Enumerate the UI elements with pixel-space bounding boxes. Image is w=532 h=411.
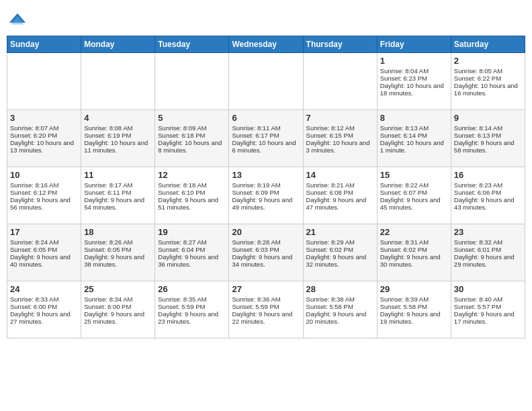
day-info: Sunset: 6:14 PM bbox=[380, 132, 448, 139]
day-info: Sunrise: 8:31 AM bbox=[380, 238, 448, 246]
calendar-cell: 28Sunrise: 8:38 AMSunset: 5:58 PMDayligh… bbox=[303, 281, 377, 338]
day-info: Sunset: 6:02 PM bbox=[306, 246, 374, 253]
day-info: Sunset: 6:15 PM bbox=[306, 132, 374, 139]
calendar-cell: 10Sunrise: 8:16 AMSunset: 6:12 PMDayligh… bbox=[7, 167, 81, 224]
day-info: Sunrise: 8:05 AM bbox=[454, 67, 522, 75]
calendar-cell: 5Sunrise: 8:09 AMSunset: 6:18 PMDaylight… bbox=[155, 110, 229, 167]
day-number: 22 bbox=[380, 227, 448, 237]
day-info: Sunrise: 8:33 AM bbox=[10, 295, 78, 303]
calendar-cell bbox=[155, 53, 229, 110]
calendar-cell bbox=[7, 53, 81, 110]
day-info: Sunset: 5:57 PM bbox=[454, 303, 522, 310]
day-number: 12 bbox=[158, 170, 226, 180]
day-info: Sunrise: 8:11 AM bbox=[232, 124, 300, 132]
day-number: 9 bbox=[454, 113, 522, 123]
calendar-cell: 27Sunrise: 8:36 AMSunset: 5:59 PMDayligh… bbox=[229, 281, 303, 338]
day-info: Sunrise: 8:35 AM bbox=[158, 295, 226, 303]
day-number: 21 bbox=[306, 227, 374, 237]
day-info: Daylight: 9 hours and 51 minutes. bbox=[158, 196, 226, 211]
day-info: Daylight: 9 hours and 23 minutes. bbox=[158, 310, 226, 325]
day-info: Sunset: 6:00 PM bbox=[84, 303, 152, 310]
calendar-cell: 13Sunrise: 8:19 AMSunset: 6:09 PMDayligh… bbox=[229, 167, 303, 224]
day-number: 1 bbox=[380, 56, 448, 66]
day-info: Sunset: 6:12 PM bbox=[10, 189, 78, 196]
day-info: Sunrise: 8:16 AM bbox=[10, 181, 78, 189]
column-header-friday: Friday bbox=[377, 36, 451, 53]
day-info: Sunset: 6:19 PM bbox=[84, 132, 152, 139]
day-info: Sunset: 6:08 PM bbox=[306, 189, 374, 196]
calendar-cell: 22Sunrise: 8:31 AMSunset: 6:02 PMDayligh… bbox=[377, 224, 451, 281]
day-info: Daylight: 9 hours and 40 minutes. bbox=[10, 253, 78, 268]
page-header bbox=[7, 7, 525, 29]
calendar-cell: 11Sunrise: 8:17 AMSunset: 6:11 PMDayligh… bbox=[81, 167, 155, 224]
day-info: Sunrise: 8:28 AM bbox=[232, 238, 300, 246]
calendar-week-row: 17Sunrise: 8:24 AMSunset: 6:05 PMDayligh… bbox=[7, 224, 525, 281]
day-info: Sunrise: 8:27 AM bbox=[158, 238, 226, 246]
calendar-cell bbox=[303, 53, 377, 110]
day-number: 25 bbox=[84, 284, 152, 294]
day-number: 28 bbox=[306, 284, 374, 294]
day-number: 20 bbox=[232, 227, 300, 237]
day-info: Sunrise: 8:18 AM bbox=[158, 181, 226, 189]
calendar-cell: 8Sunrise: 8:13 AMSunset: 6:14 PMDaylight… bbox=[377, 110, 451, 167]
day-info: Daylight: 9 hours and 27 minutes. bbox=[10, 310, 78, 325]
calendar-cell: 17Sunrise: 8:24 AMSunset: 6:05 PMDayligh… bbox=[7, 224, 81, 281]
calendar-week-row: 10Sunrise: 8:16 AMSunset: 6:12 PMDayligh… bbox=[7, 167, 525, 224]
day-info: Sunset: 5:58 PM bbox=[306, 303, 374, 310]
day-number: 2 bbox=[454, 56, 522, 66]
day-info: Daylight: 9 hours and 58 minutes. bbox=[454, 139, 522, 154]
day-info: Sunset: 5:58 PM bbox=[380, 303, 448, 310]
day-info: Sunset: 6:10 PM bbox=[158, 189, 226, 196]
day-info: Sunset: 6:11 PM bbox=[84, 189, 152, 196]
logo-text bbox=[7, 10, 27, 29]
column-header-monday: Monday bbox=[81, 36, 155, 53]
day-info: Sunrise: 8:22 AM bbox=[380, 181, 448, 189]
day-info: Daylight: 10 hours and 8 minutes. bbox=[158, 139, 226, 154]
calendar-cell: 12Sunrise: 8:18 AMSunset: 6:10 PMDayligh… bbox=[155, 167, 229, 224]
day-info: Daylight: 9 hours and 30 minutes. bbox=[380, 253, 448, 268]
column-header-tuesday: Tuesday bbox=[155, 36, 229, 53]
day-number: 15 bbox=[380, 170, 448, 180]
day-info: Sunset: 6:18 PM bbox=[158, 132, 226, 139]
day-number: 26 bbox=[158, 284, 226, 294]
day-info: Daylight: 9 hours and 43 minutes. bbox=[454, 196, 522, 211]
day-info: Daylight: 10 hours and 18 minutes. bbox=[380, 82, 448, 97]
day-number: 30 bbox=[454, 284, 522, 294]
day-info: Daylight: 9 hours and 22 minutes. bbox=[232, 310, 300, 325]
day-info: Sunset: 6:23 PM bbox=[380, 75, 448, 82]
calendar-cell: 20Sunrise: 8:28 AMSunset: 6:03 PMDayligh… bbox=[229, 224, 303, 281]
day-info: Sunrise: 8:21 AM bbox=[306, 181, 374, 189]
day-number: 27 bbox=[232, 284, 300, 294]
day-info: Sunset: 6:17 PM bbox=[232, 132, 300, 139]
calendar-cell: 29Sunrise: 8:39 AMSunset: 5:58 PMDayligh… bbox=[377, 281, 451, 338]
day-number: 18 bbox=[84, 227, 152, 237]
day-info: Sunset: 6:06 PM bbox=[454, 189, 522, 196]
day-info: Sunset: 6:20 PM bbox=[10, 132, 78, 139]
day-info: Daylight: 9 hours and 56 minutes. bbox=[10, 196, 78, 211]
column-header-saturday: Saturday bbox=[451, 36, 525, 53]
day-info: Daylight: 9 hours and 45 minutes. bbox=[380, 196, 448, 211]
calendar-cell: 7Sunrise: 8:12 AMSunset: 6:15 PMDaylight… bbox=[303, 110, 377, 167]
day-info: Sunrise: 8:34 AM bbox=[84, 295, 152, 303]
day-info: Daylight: 9 hours and 25 minutes. bbox=[84, 310, 152, 325]
day-info: Sunrise: 8:19 AM bbox=[232, 181, 300, 189]
day-info: Sunrise: 8:29 AM bbox=[306, 238, 374, 246]
calendar-cell: 15Sunrise: 8:22 AMSunset: 6:07 PMDayligh… bbox=[377, 167, 451, 224]
day-info: Sunrise: 8:14 AM bbox=[454, 124, 522, 132]
day-info: Sunset: 5:59 PM bbox=[232, 303, 300, 310]
day-info: Sunrise: 8:13 AM bbox=[380, 124, 448, 132]
calendar-header-row: SundayMondayTuesdayWednesdayThursdayFrid… bbox=[7, 36, 525, 53]
day-number: 11 bbox=[84, 170, 152, 180]
calendar-week-row: 3Sunrise: 8:07 AMSunset: 6:20 PMDaylight… bbox=[7, 110, 525, 167]
calendar-cell: 30Sunrise: 8:40 AMSunset: 5:57 PMDayligh… bbox=[451, 281, 525, 338]
calendar-cell: 24Sunrise: 8:33 AMSunset: 6:00 PMDayligh… bbox=[7, 281, 81, 338]
day-info: Sunrise: 8:32 AM bbox=[454, 238, 522, 246]
day-info: Sunset: 6:04 PM bbox=[158, 246, 226, 253]
day-number: 5 bbox=[158, 113, 226, 123]
day-info: Sunset: 6:09 PM bbox=[232, 189, 300, 196]
day-info: Daylight: 9 hours and 54 minutes. bbox=[84, 196, 152, 211]
calendar-table: SundayMondayTuesdayWednesdayThursdayFrid… bbox=[7, 36, 525, 338]
day-info: Sunrise: 8:12 AM bbox=[306, 124, 374, 132]
calendar-cell bbox=[229, 53, 303, 110]
calendar-cell: 25Sunrise: 8:34 AMSunset: 6:00 PMDayligh… bbox=[81, 281, 155, 338]
